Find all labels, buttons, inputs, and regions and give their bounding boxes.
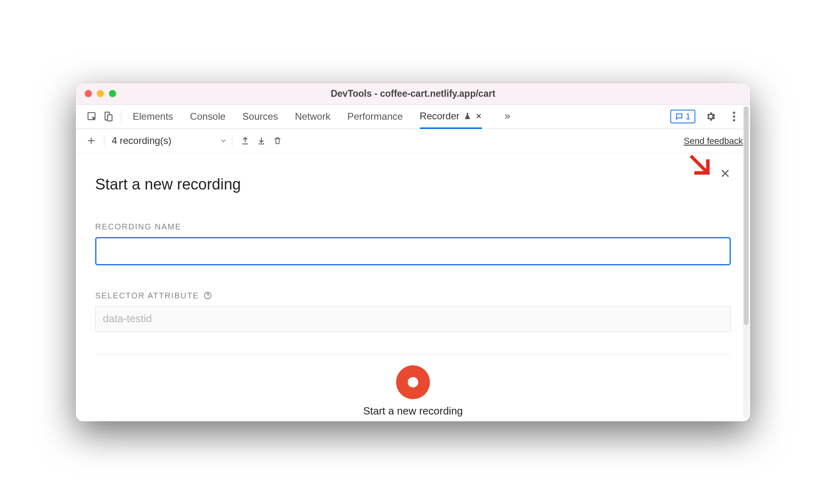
tab-recorder-label: Recorder — [420, 110, 460, 122]
recordings-dropdown-label: 4 recording(s) — [112, 135, 171, 146]
traffic-lights — [85, 90, 116, 97]
flask-icon — [463, 112, 471, 120]
recordings-dropdown[interactable]: 4 recording(s) — [112, 135, 227, 146]
devtools-window: DevTools - coffee-cart.netlify.app/cart … — [76, 83, 750, 421]
kebab-menu-icon[interactable] — [726, 108, 742, 125]
svg-point-4 — [733, 115, 735, 118]
svg-rect-2 — [108, 115, 112, 121]
settings-icon[interactable] — [703, 108, 719, 125]
send-feedback-link[interactable]: Send feedback — [684, 136, 743, 146]
annotation-arrow-icon — [687, 150, 715, 178]
tab-network[interactable]: Network — [295, 105, 330, 128]
new-recording-icon[interactable] — [83, 133, 99, 149]
window-close-button[interactable] — [85, 90, 92, 97]
tab-console[interactable]: Console — [190, 105, 225, 128]
panel-footer: Start a new recording — [95, 354, 731, 421]
divider — [232, 135, 232, 147]
more-tabs-icon[interactable] — [499, 108, 515, 125]
help-icon[interactable] — [203, 291, 212, 300]
issues-badge[interactable]: 1 — [670, 110, 695, 123]
selector-attribute-input[interactable] — [95, 306, 731, 332]
tab-performance[interactable]: Performance — [347, 105, 403, 128]
svg-point-5 — [733, 119, 735, 122]
export-icon[interactable] — [237, 133, 253, 149]
recording-name-input[interactable] — [95, 237, 731, 265]
tabs-bar: Elements Console Sources Network Perform… — [76, 105, 750, 129]
selector-attribute-label: Selector Attribute — [95, 291, 731, 300]
chevron-down-icon — [220, 137, 227, 144]
import-icon[interactable] — [253, 133, 269, 149]
close-tab-icon[interactable] — [476, 113, 482, 119]
tab-recorder[interactable]: Recorder — [420, 105, 482, 129]
start-recording-button[interactable] — [396, 365, 430, 399]
window-zoom-button[interactable] — [109, 90, 116, 97]
recording-name-label: Recording Name — [95, 222, 731, 231]
tab-sources[interactable]: Sources — [242, 105, 278, 128]
record-icon — [408, 377, 418, 387]
inspect-element-icon[interactable] — [84, 108, 100, 125]
recorder-toolbar: 4 recording(s) Send feedback — [76, 129, 750, 153]
tab-elements[interactable]: Elements — [133, 105, 173, 128]
device-toggle-icon[interactable] — [100, 108, 116, 125]
panel-heading: Start a new recording — [95, 176, 731, 193]
divider — [104, 135, 104, 147]
delete-icon[interactable] — [269, 133, 286, 149]
start-recording-label: Start a new recording — [363, 405, 463, 417]
titlebar: DevTools - coffee-cart.netlify.app/cart — [76, 83, 750, 105]
divider — [121, 110, 121, 123]
svg-point-3 — [733, 112, 735, 114]
window-minimize-button[interactable] — [97, 90, 104, 97]
start-recording-panel: Start a new recording Recording Name Sel… — [76, 153, 750, 421]
close-panel-button[interactable] — [720, 168, 731, 179]
window-title: DevTools - coffee-cart.netlify.app/cart — [76, 88, 750, 99]
issues-count: 1 — [686, 111, 690, 122]
